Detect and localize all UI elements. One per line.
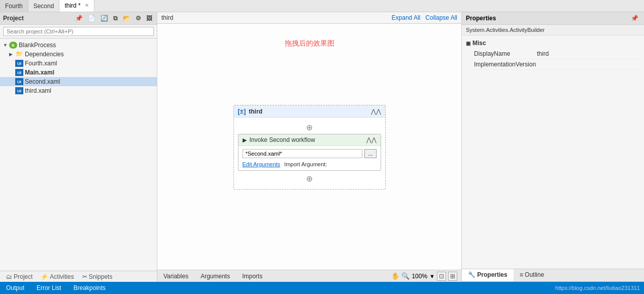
add-top-button[interactable]: ⊕ — [306, 124, 313, 132]
zoom-value: 100% — [412, 273, 427, 280]
bottom-zoom: ✋ 🔍 100% ▼ ⊡ ⊞ — [391, 272, 457, 281]
misc-label: Misc — [472, 40, 486, 47]
status-tab-errors[interactable]: Error List — [35, 284, 63, 291]
xaml-icon-fourth: UI — [15, 60, 23, 67]
tab-arguments[interactable]: Arguments — [198, 273, 232, 280]
activity-body: ⊕ ▶ Invoke Second workflow ⋀⋀ — [234, 118, 385, 189]
prop-value-displayname: third — [537, 50, 640, 57]
activity-header: [±] third ⋀⋀ — [234, 105, 385, 118]
tree-label-main: Main.xaml — [25, 69, 54, 76]
invoke-collapse-icon[interactable]: ⋀⋀ — [366, 136, 377, 143]
add-bottom-button[interactable]: ⊕ — [306, 175, 313, 183]
tree-item-second[interactable]: UI Second.xaml — [0, 77, 157, 86]
xaml-icon-main: UI — [15, 69, 23, 76]
tree-item-main[interactable]: UI Main.xaml — [0, 68, 157, 77]
prop-row-implversion: ImplementationVersion — [466, 59, 640, 70]
tree-item-third[interactable]: UI third.xaml — [0, 86, 157, 95]
status-tab-breakpoints[interactable]: Breakpoints — [72, 284, 108, 291]
invoke-play-icon: ▶ — [243, 137, 247, 143]
sidebar: Project 📌 📄 🔄 ⧉ 📂 ⚙ 🖼 ▼ B BlankProcess — [0, 12, 157, 282]
zoom-dropdown[interactable]: ▼ — [429, 273, 435, 279]
canvas-hint: 拖拽后的效果图 — [285, 39, 334, 48]
edit-arguments-button[interactable]: Edit Arguments — [243, 161, 281, 167]
folder-icon-deps: 📁 — [15, 51, 23, 58]
proj-icon: B — [9, 42, 17, 49]
prop-tab-properties[interactable]: 🔧 Properties — [462, 269, 514, 281]
tree-label-blank: BlankProcess — [19, 42, 56, 49]
invoke-file-row: ... — [243, 149, 377, 158]
canvas[interactable]: 拖拽后的效果图 [±] third ⋀⋀ ⊕ — [157, 24, 461, 270]
sidebar-refresh-icon[interactable]: 🔄 — [99, 14, 110, 22]
xaml-icon-third: UI — [15, 87, 23, 94]
tab-fourth[interactable]: Fourth — [0, 0, 28, 12]
activity-title: third — [249, 108, 262, 115]
tree-label-third: third.xaml — [25, 87, 51, 94]
activity-collapse-icon[interactable]: ⋀⋀ — [371, 108, 381, 115]
pin-icon[interactable]: 📌 — [74, 14, 84, 22]
tree-label-fourth: Fourth.xaml — [25, 60, 57, 67]
sidebar-tab-snippets[interactable]: ✂Snippets — [80, 273, 115, 280]
sidebar-tab-activities[interactable]: ⚡Activities — [39, 273, 76, 280]
tree-arrow-deps[interactable]: ▶ — [9, 52, 15, 57]
tab-second[interactable]: Second — [28, 0, 60, 12]
sidebar-image-icon[interactable]: 🖼 — [145, 14, 154, 22]
invoke-browse-button[interactable]: ... — [364, 149, 376, 158]
collapse-all-button[interactable]: Collapse All — [425, 14, 457, 21]
activity-block-icon: [±] — [238, 107, 246, 115]
status-bar: Output Error List Breakpoints https://bl… — [0, 282, 644, 294]
prop-tab-properties-icon: 🔧 — [468, 271, 476, 278]
search-input[interactable] — [3, 27, 154, 36]
sidebar-header: Project 📌 📄 🔄 ⧉ 📂 ⚙ 🖼 — [0, 12, 157, 25]
misc-chevron-icon: ▣ — [466, 41, 470, 46]
tab-third-label: third * — [64, 2, 80, 9]
fit-all-icon[interactable]: ⊞ — [448, 272, 457, 281]
sidebar-title: Project — [3, 15, 24, 22]
sidebar-copy-icon[interactable]: ⧉ — [112, 14, 119, 22]
properties-panel: Properties 📌 System.Activities.ActivityB… — [461, 12, 644, 282]
invoke-title: Invoke Second workflow — [250, 136, 315, 143]
properties-pin-icon[interactable]: 📌 — [629, 14, 640, 22]
workflow-container: [±] third ⋀⋀ ⊕ ▶ — [233, 105, 386, 190]
bottom-tabs: Variables Arguments Imports ✋ 🔍 100% ▼ ⊡… — [157, 270, 461, 282]
tree-label-deps: Dependencies — [25, 51, 64, 58]
tree-item-fourth[interactable]: UI Fourth.xaml — [0, 59, 157, 68]
sidebar-settings-icon[interactable]: ⚙ — [134, 14, 143, 22]
import-argument-label: Import Argument: — [284, 161, 327, 167]
invoke-file-input[interactable] — [243, 149, 363, 158]
prop-name-displayname: DisplayName — [466, 50, 537, 57]
tab-variables[interactable]: Variables — [161, 273, 190, 280]
activity-block-third: [±] third ⋀⋀ ⊕ ▶ — [233, 105, 386, 190]
zoom-search-icon[interactable]: 🔍 — [401, 272, 410, 280]
tab-imports[interactable]: Imports — [240, 273, 264, 280]
fit-width-icon[interactable]: ⊡ — [437, 272, 446, 281]
properties-type: System.Activities.ActivityBuilder — [462, 25, 644, 35]
prop-tab-outline[interactable]: ≡ Outline — [514, 269, 550, 281]
sidebar-header-icons: 📌 📄 🔄 ⧉ 📂 ⚙ 🖼 — [74, 14, 154, 22]
content-area: third Expand All Collapse All 拖拽后的效果图 [±… — [157, 12, 461, 282]
properties-section-misc: ▣ Misc DisplayName third ImplementationV… — [462, 35, 644, 72]
status-url: https://blog.csdn.net/liutiao231311 — [555, 285, 640, 291]
expand-all-button[interactable]: Expand All — [392, 14, 421, 21]
tab-third-close[interactable]: ✕ — [85, 3, 89, 8]
sidebar-new-icon[interactable]: 📄 — [86, 14, 97, 22]
tab-second-label: Second — [33, 3, 54, 10]
status-tab-output[interactable]: Output — [4, 284, 26, 291]
add-btn-row-top: ⊕ — [238, 122, 381, 134]
content-actions: Expand All Collapse All — [392, 14, 457, 21]
tab-bar: Fourth Second third * ✕ — [0, 0, 644, 12]
pan-icon[interactable]: ✋ — [391, 272, 399, 280]
invoke-block: ▶ Invoke Second workflow ⋀⋀ ... — [238, 134, 381, 171]
misc-section-header[interactable]: ▣ Misc — [466, 38, 640, 49]
sidebar-tree: ▼ B BlankProcess ▶ 📁 Dependencies UI Fou… — [0, 39, 157, 271]
tree-item-blank-process[interactable]: ▼ B BlankProcess — [0, 41, 157, 50]
add-btn-row-bottom: ⊕ — [238, 173, 381, 185]
breadcrumb: third — [161, 14, 173, 21]
invoke-body: ... Edit Arguments Import Argument: — [239, 146, 381, 170]
tab-third[interactable]: third * ✕ — [59, 0, 94, 12]
tab-fourth-label: Fourth — [5, 3, 23, 10]
tree-item-dependencies[interactable]: ▶ 📁 Dependencies — [0, 50, 157, 59]
prop-row-displayname: DisplayName third — [466, 49, 640, 59]
sidebar-tab-project[interactable]: 🗂Project — [4, 273, 35, 280]
sidebar-open-icon[interactable]: 📂 — [121, 14, 132, 22]
tree-arrow-blank[interactable]: ▼ — [3, 43, 9, 48]
